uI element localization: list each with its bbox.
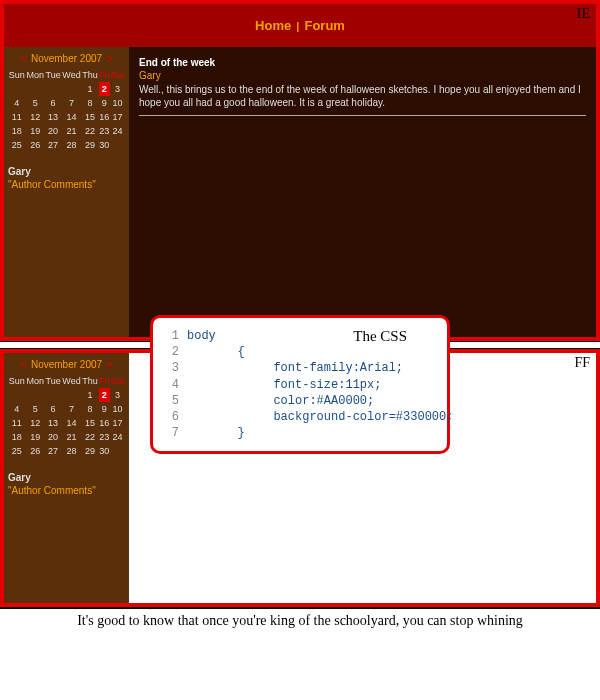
- cal-day[interactable]: [26, 82, 45, 96]
- cal-day[interactable]: 24: [110, 124, 125, 138]
- cal-day[interactable]: 23: [99, 430, 111, 444]
- cal-day[interactable]: 5: [26, 402, 45, 416]
- cal-day[interactable]: [45, 388, 62, 402]
- cal-day[interactable]: [8, 388, 26, 402]
- cal-day[interactable]: 22: [82, 124, 99, 138]
- cal-day[interactable]: [45, 82, 62, 96]
- cal-day[interactable]: 17: [110, 110, 125, 124]
- css-code: font-size:11px;: [187, 378, 381, 392]
- cal-day[interactable]: 6: [45, 402, 62, 416]
- cal-day[interactable]: 23: [99, 124, 111, 138]
- cal-day[interactable]: 11: [8, 110, 26, 124]
- css-line: 6 background-color=#330000;: [165, 409, 435, 425]
- cal-day[interactable]: 5: [26, 96, 45, 110]
- cal-next-arrow[interactable]: >: [105, 359, 115, 370]
- cal-day[interactable]: 30: [99, 444, 111, 458]
- cal-prev-arrow[interactable]: <: [18, 53, 28, 64]
- cal-day[interactable]: 29: [82, 138, 99, 152]
- ie-panel: IE Home | Forum < November 2007 > Sun Mo…: [0, 0, 600, 341]
- cal-day[interactable]: 27: [45, 444, 62, 458]
- nav-forum-link[interactable]: Forum: [304, 18, 344, 33]
- cal-day[interactable]: 4: [8, 402, 26, 416]
- cal-day[interactable]: 29: [82, 444, 99, 458]
- cal-day[interactable]: 25: [8, 138, 26, 152]
- nav-home-link[interactable]: Home: [255, 18, 291, 33]
- cal-day[interactable]: 26: [26, 444, 45, 458]
- cal-day-selected[interactable]: 2: [99, 388, 111, 402]
- author-name: Gary: [8, 166, 125, 177]
- dow: Tue: [45, 374, 62, 388]
- cal-day[interactable]: 24: [110, 430, 125, 444]
- cal-day[interactable]: 6: [45, 96, 62, 110]
- cal-day[interactable]: 11: [8, 416, 26, 430]
- lineno: 5: [165, 393, 179, 409]
- cal-day[interactable]: 4: [8, 96, 26, 110]
- dow: Fri: [99, 374, 111, 388]
- calendar-row: 45678910: [8, 402, 125, 416]
- cal-day[interactable]: 20: [45, 430, 62, 444]
- cal-day[interactable]: 3: [110, 388, 125, 402]
- cal-day[interactable]: 8: [82, 96, 99, 110]
- post-title: End of the week: [139, 57, 586, 68]
- top-nav: Home | Forum: [4, 4, 596, 47]
- cal-day[interactable]: [110, 444, 125, 458]
- cal-day[interactable]: [8, 82, 26, 96]
- sidebar-author: Gary "Author Comments": [8, 472, 125, 496]
- cal-day[interactable]: 7: [61, 96, 81, 110]
- cal-day[interactable]: 13: [45, 416, 62, 430]
- dow: Wed: [61, 374, 81, 388]
- cal-day[interactable]: 9: [99, 96, 111, 110]
- cal-day[interactable]: 17: [110, 416, 125, 430]
- cal-day[interactable]: 27: [45, 138, 62, 152]
- author-comments-link[interactable]: "Author Comments": [8, 179, 125, 190]
- cal-day[interactable]: 26: [26, 138, 45, 152]
- cal-day[interactable]: [61, 388, 81, 402]
- cal-prev-arrow[interactable]: <: [18, 359, 28, 370]
- css-code: }: [187, 426, 245, 440]
- cal-day[interactable]: 16: [99, 110, 111, 124]
- calendar-row: 11121314151617: [8, 110, 125, 124]
- cal-day[interactable]: 3: [110, 82, 125, 96]
- cal-next-arrow[interactable]: >: [105, 53, 115, 64]
- cal-day[interactable]: 12: [26, 110, 45, 124]
- cal-day[interactable]: 1: [82, 388, 99, 402]
- dow: Sat: [110, 68, 125, 82]
- cal-day[interactable]: [61, 82, 81, 96]
- cal-day[interactable]: 16: [99, 416, 111, 430]
- cal-day[interactable]: 25: [8, 444, 26, 458]
- cal-day[interactable]: 28: [61, 138, 81, 152]
- dow: Mon: [26, 374, 45, 388]
- calendar-row: 18192021222324: [8, 430, 125, 444]
- lineno: 1: [165, 328, 179, 344]
- dow: Sun: [8, 374, 26, 388]
- cal-day-selected[interactable]: 2: [99, 82, 111, 96]
- cal-day[interactable]: 7: [61, 402, 81, 416]
- cal-day[interactable]: 14: [61, 416, 81, 430]
- cal-day[interactable]: 21: [61, 430, 81, 444]
- cal-day[interactable]: 28: [61, 444, 81, 458]
- cal-day[interactable]: 14: [61, 110, 81, 124]
- cal-day[interactable]: 21: [61, 124, 81, 138]
- cal-day[interactable]: 13: [45, 110, 62, 124]
- cal-day[interactable]: 15: [82, 416, 99, 430]
- cal-day[interactable]: 19: [26, 430, 45, 444]
- cal-day[interactable]: 22: [82, 430, 99, 444]
- cal-day[interactable]: 10: [110, 96, 125, 110]
- cal-day[interactable]: 30: [99, 138, 111, 152]
- cal-day[interactable]: 18: [8, 430, 26, 444]
- cal-day[interactable]: 8: [82, 402, 99, 416]
- cal-day[interactable]: 1: [82, 82, 99, 96]
- cal-day[interactable]: 19: [26, 124, 45, 138]
- cal-day[interactable]: 15: [82, 110, 99, 124]
- css-line: 4 font-size:11px;: [165, 377, 435, 393]
- cal-day[interactable]: [26, 388, 45, 402]
- calendar-table: Sun Mon Tue Wed Thu Fri Sat 123 45678910…: [8, 374, 125, 458]
- author-comments-link[interactable]: "Author Comments": [8, 485, 125, 496]
- cal-day[interactable]: 18: [8, 124, 26, 138]
- cal-day[interactable]: 9: [99, 402, 111, 416]
- cal-day[interactable]: 12: [26, 416, 45, 430]
- dow: Sun: [8, 68, 26, 82]
- cal-day[interactable]: 10: [110, 402, 125, 416]
- cal-day[interactable]: 20: [45, 124, 62, 138]
- cal-day[interactable]: [110, 138, 125, 152]
